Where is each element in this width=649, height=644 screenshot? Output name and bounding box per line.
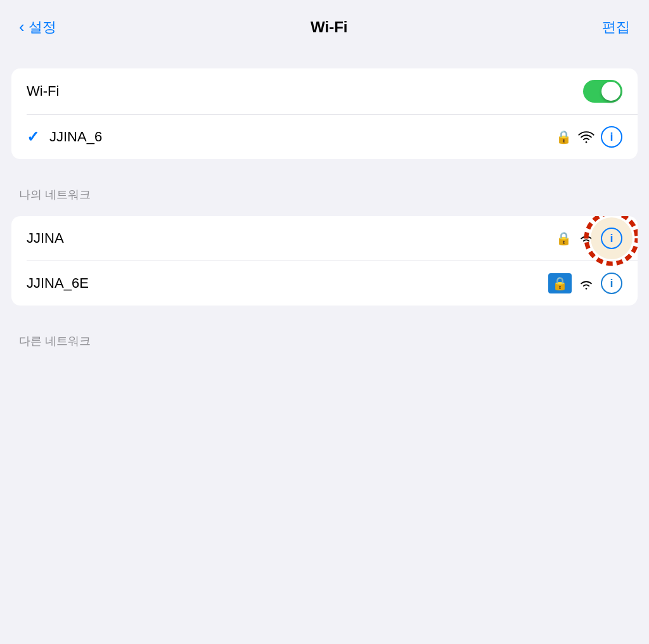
other-networks-label: 다른 네트워크: [0, 325, 649, 354]
wifi-toggle-row: Wi-Fi: [11, 68, 638, 114]
connected-checkmark-icon: ✓: [27, 128, 39, 146]
my-networks-card: JJINA 🔒 i JJINA: [11, 216, 638, 306]
page-title: Wi-Fi: [311, 18, 347, 36]
spacer-3: [0, 207, 649, 216]
connected-network-icons: 🔒 i: [556, 126, 622, 148]
spacer-top: [0, 49, 649, 68]
wifi-main-card: Wi-Fi ✓ JJINA_6 🔒 i: [11, 68, 638, 159]
toggle-knob: [601, 82, 620, 101]
wifi-signal-icon-jjina: [578, 231, 594, 245]
back-label: 설정: [29, 18, 56, 37]
info-icon: i: [610, 131, 613, 144]
wifi-signal-icon: [578, 130, 594, 144]
network-name-jjina6e: JJINA_6E: [27, 275, 548, 292]
spacer-4: [0, 306, 649, 325]
back-button[interactable]: ‹ 설정: [19, 18, 56, 37]
connected-network-row: ✓ JJINA_6 🔒 i: [11, 115, 638, 159]
lock-icon: 🔒: [556, 129, 572, 145]
wifi-toggle-label: Wi-Fi: [27, 83, 59, 100]
header: ‹ 설정 Wi-Fi 편집: [0, 0, 649, 49]
lock-icon-jjina: 🔒: [556, 231, 572, 246]
wifi-signal-icon-jjina6e: [578, 276, 594, 290]
wifi-toggle[interactable]: [583, 80, 622, 103]
info-icon: i: [610, 277, 613, 290]
connected-network-info-button[interactable]: i: [601, 126, 622, 148]
info-icon: i: [610, 232, 613, 245]
back-chevron-icon: ‹: [19, 17, 25, 37]
edit-button[interactable]: 편집: [602, 18, 630, 37]
spacer-2: [0, 159, 649, 178]
network-row-jjina[interactable]: JJINA 🔒 i: [11, 216, 638, 261]
lock-icon-jjina6e: 🔒: [548, 273, 572, 293]
info-dashed-wrapper: i: [601, 228, 622, 249]
jjina6e-info-button[interactable]: i: [601, 273, 622, 294]
network-row-jjina6e[interactable]: JJINA_6E 🔒 i IT IT 블로그스토리: [11, 261, 638, 306]
jjina6e-icons: 🔒 i IT IT 블로그스토리: [548, 273, 622, 294]
jjina-info-button[interactable]: i: [601, 228, 622, 249]
jjina-icons: 🔒 i: [556, 228, 622, 249]
my-networks-section-label: 나의 네트워크: [0, 178, 649, 207]
connected-network-name: JJINA_6: [49, 129, 546, 145]
network-name-jjina: JJINA: [27, 230, 556, 247]
